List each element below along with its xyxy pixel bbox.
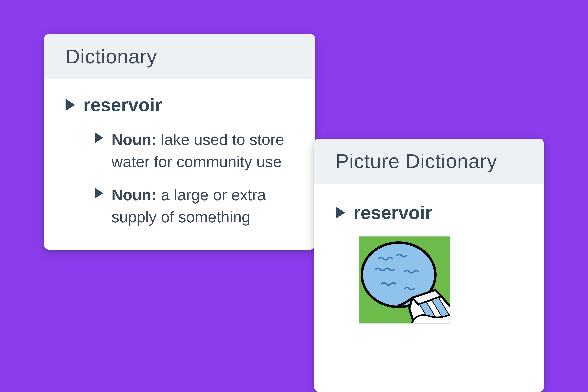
reservoir-dam-icon	[359, 236, 450, 324]
picture-card-body: reservoir	[314, 184, 544, 351]
part-of-speech: Noun:	[112, 186, 157, 204]
picture-word: reservoir	[353, 202, 432, 223]
reservoir-illustration	[359, 236, 450, 324]
definition-row: Noun: lake used to store water for commu…	[95, 128, 294, 173]
play-icon[interactable]	[95, 188, 103, 199]
picture-card-header: Picture Dictionary	[314, 139, 544, 184]
picture-card-title: Picture Dictionary	[336, 150, 522, 173]
dictionary-card: Dictionary reservoir Noun: lake used to …	[44, 34, 315, 250]
play-icon[interactable]	[95, 132, 103, 143]
dictionary-card-body: reservoir Noun: lake used to store water…	[44, 79, 315, 250]
picture-word-row: reservoir	[336, 202, 522, 223]
part-of-speech: Noun:	[112, 131, 157, 148]
definition-row: Noun: a large or extra supply of somethi…	[95, 184, 294, 228]
definition-text: Noun: a large or extra supply of somethi…	[112, 184, 294, 228]
dictionary-card-title: Dictionary	[66, 45, 294, 68]
play-icon[interactable]	[336, 206, 345, 219]
dictionary-word-row: reservoir	[66, 94, 294, 116]
dictionary-card-header: Dictionary	[44, 34, 315, 79]
play-icon[interactable]	[66, 99, 75, 111]
picture-dictionary-card: Picture Dictionary reservoir	[314, 139, 544, 392]
dictionary-word: reservoir	[83, 94, 162, 116]
definition-text: Noun: lake used to store water for commu…	[112, 128, 294, 173]
